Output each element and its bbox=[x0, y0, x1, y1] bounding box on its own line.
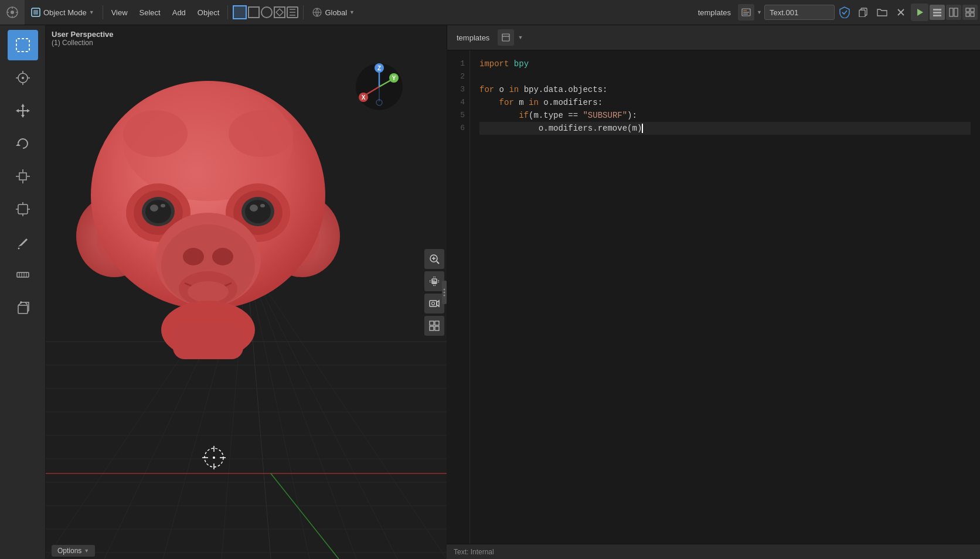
object-menu-button[interactable]: Object bbox=[192, 0, 226, 25]
editor-type-icon bbox=[741, 8, 751, 17]
code-editor: templates ▼ 1 2 3 4 5 6 bbox=[447, 25, 980, 559]
status-label: Text: Internal bbox=[454, 548, 494, 556]
keyword-if: if bbox=[519, 109, 529, 122]
svg-point-60 bbox=[22, 77, 24, 79]
svg-rect-24 bbox=[933, 12, 941, 13]
workspace-icon bbox=[6, 6, 19, 19]
svg-rect-85 bbox=[18, 305, 28, 313]
svg-rect-19 bbox=[859, 10, 865, 17]
add-menu-button[interactable]: Add bbox=[166, 0, 192, 25]
editor-view-icon bbox=[502, 33, 510, 42]
scale-tool-icon bbox=[15, 168, 31, 185]
text-name-input[interactable] bbox=[764, 5, 835, 20]
select-box-3[interactable] bbox=[261, 6, 273, 18]
code-remove-call: o.modifiers.remove bbox=[539, 122, 627, 135]
grid-view-button[interactable] bbox=[424, 316, 444, 336]
axis-widget-svg: Z Y X bbox=[353, 60, 406, 113]
divider-1 bbox=[103, 5, 103, 19]
layout-split-button[interactable] bbox=[946, 5, 961, 20]
code-line-3: for o in bpy.data.objects: bbox=[479, 83, 971, 96]
divider-2 bbox=[227, 5, 228, 19]
viewport-3d[interactable]: User Perspective (1) Collection bbox=[0, 25, 447, 559]
editor-view-button[interactable] bbox=[498, 29, 514, 46]
select-tool-button[interactable] bbox=[8, 30, 38, 60]
svg-rect-26 bbox=[950, 8, 953, 16]
code-area[interactable]: import bpy for o in bpy.data.objects: bbox=[470, 50, 980, 544]
transform-tool-button[interactable] bbox=[8, 194, 38, 224]
scale-tool-button[interactable] bbox=[8, 161, 38, 192]
viewport-header: User Perspective (1) Collection bbox=[52, 30, 114, 47]
cursor-tool-icon bbox=[15, 70, 31, 86]
pan-tool-button[interactable] bbox=[424, 271, 444, 291]
annotate-tool-button[interactable] bbox=[8, 227, 38, 257]
svg-rect-68 bbox=[19, 173, 26, 180]
folder-button[interactable] bbox=[873, 4, 891, 21]
measure-tool-button[interactable] bbox=[8, 260, 38, 290]
select-box-active[interactable] bbox=[233, 5, 247, 19]
top-bar: Object Mode ▼ View Select Add Object bbox=[0, 0, 980, 25]
svg-marker-66 bbox=[27, 109, 30, 113]
text-cursor bbox=[642, 124, 643, 133]
keyword-for-1: for bbox=[479, 83, 494, 96]
svg-point-149 bbox=[444, 294, 445, 296]
add-cube-tool-button[interactable] bbox=[8, 292, 38, 323]
copy-icon bbox=[859, 8, 868, 17]
camera-icon bbox=[428, 298, 440, 309]
workspace-button[interactable] bbox=[0, 0, 25, 25]
viewport-bottom: Options ▼ bbox=[52, 545, 417, 557]
code-line-5: if (m.type == "SUBSURF" ): bbox=[479, 109, 971, 122]
select-tool-icon bbox=[15, 37, 31, 53]
viewport-divider[interactable] bbox=[442, 281, 447, 304]
play-button[interactable] bbox=[911, 4, 928, 21]
select-tools bbox=[230, 5, 301, 19]
editor-header: templates ▼ bbox=[447, 25, 980, 50]
select-label: Select bbox=[139, 8, 161, 17]
copy-button[interactable] bbox=[855, 4, 872, 21]
shield-button[interactable] bbox=[836, 4, 853, 21]
svg-point-109 bbox=[183, 248, 204, 265]
svg-point-110 bbox=[212, 248, 233, 265]
templates-button[interactable]: templates bbox=[692, 0, 737, 25]
svg-marker-22 bbox=[917, 9, 923, 16]
editor-type-button[interactable] bbox=[738, 4, 754, 21]
templates-label: templates bbox=[698, 8, 731, 17]
select-box-4[interactable] bbox=[274, 6, 285, 18]
layout-grid-button[interactable] bbox=[962, 5, 978, 20]
camera-tool-button[interactable] bbox=[424, 294, 444, 313]
add-label: Add bbox=[172, 8, 186, 17]
rotate-tool-button[interactable] bbox=[8, 128, 38, 159]
svg-point-147 bbox=[444, 288, 445, 290]
svg-rect-150 bbox=[502, 34, 509, 41]
code-line-1: import bpy bbox=[479, 57, 971, 70]
axis-widget[interactable]: Z Y X bbox=[353, 60, 406, 113]
close-button[interactable] bbox=[892, 4, 910, 21]
svg-point-104 bbox=[245, 200, 271, 223]
transform-tool-icon bbox=[15, 201, 31, 217]
perspective-label: User Perspective bbox=[52, 30, 114, 39]
select-box-2[interactable] bbox=[248, 6, 260, 18]
select-menu-button[interactable]: Select bbox=[134, 0, 166, 25]
svg-rect-146 bbox=[435, 326, 439, 330]
transform-icon bbox=[312, 7, 322, 18]
svg-point-134 bbox=[213, 456, 215, 459]
svg-rect-25 bbox=[933, 15, 941, 16]
layout-list-button[interactable] bbox=[930, 5, 945, 20]
cursor-tool-button[interactable] bbox=[8, 63, 38, 93]
svg-point-99 bbox=[150, 204, 158, 212]
svg-rect-28 bbox=[966, 8, 969, 12]
svg-rect-27 bbox=[954, 8, 958, 16]
object-mode-button[interactable]: Object Mode ▼ bbox=[25, 0, 100, 25]
global-transform-button[interactable]: Global ▼ bbox=[306, 0, 360, 25]
svg-rect-80 bbox=[17, 272, 29, 277]
move-tool-button[interactable] bbox=[8, 96, 38, 126]
editor-templates-button[interactable]: templates bbox=[452, 31, 494, 45]
svg-rect-116 bbox=[173, 324, 243, 359]
svg-text:Y: Y bbox=[392, 75, 396, 81]
pan-icon bbox=[428, 275, 440, 287]
select-box-5[interactable] bbox=[287, 6, 298, 18]
zoom-tool-button[interactable] bbox=[424, 249, 444, 269]
code-content[interactable]: 1 2 3 4 5 6 import bpy for bbox=[447, 50, 980, 544]
svg-rect-144 bbox=[435, 321, 439, 325]
view-menu-button[interactable]: View bbox=[106, 0, 134, 25]
options-button[interactable]: Options ▼ bbox=[52, 545, 95, 557]
